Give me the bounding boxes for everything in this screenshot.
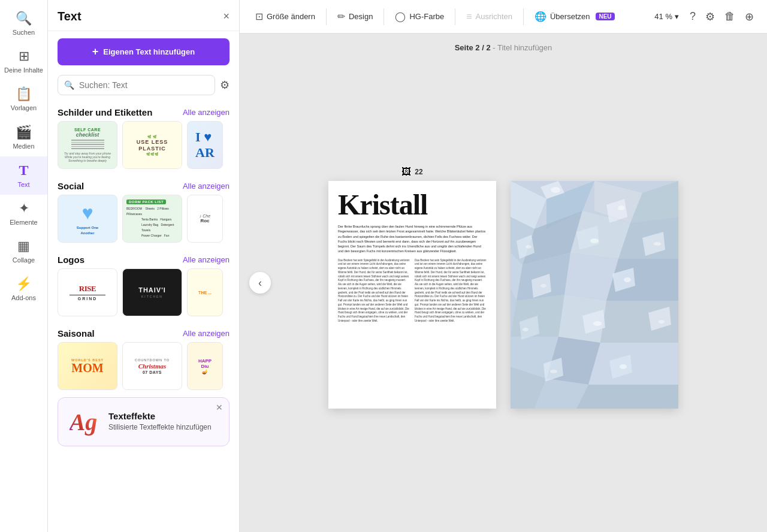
add-page-button[interactable]: ⊕ xyxy=(741,7,757,27)
prev-page-button[interactable]: ‹ xyxy=(249,272,271,294)
sidebar-item-vorlagen[interactable]: 📋 Vorlagen xyxy=(0,80,47,118)
left-page-num-tag: 🖼 22 xyxy=(401,167,422,177)
saisonal-grid: WORLD'S BEST MOM COUNTDOWN TO Christmas … xyxy=(48,342,239,390)
panel-close-button[interactable]: × xyxy=(223,10,230,23)
sidebar-item-deine-inhalte[interactable]: ⊞ Deine Inhalte xyxy=(0,43,47,80)
filter-button[interactable]: ⚙ xyxy=(220,78,230,92)
schilder-grid: self care checklist Try and stay away fr… xyxy=(48,121,239,169)
thumb-selfcare[interactable]: self care checklist Try and stay away fr… xyxy=(58,121,117,169)
main-paragraph: Der flinke Braunfuchs sprang über den fa… xyxy=(338,224,487,254)
thumb-elite[interactable]: THE ... xyxy=(187,268,223,316)
section-social: Social Alle anzeigen ♥ Support OneAnothe… xyxy=(48,176,239,243)
toolbar-uebersetzen-label: Übersetzen xyxy=(550,12,590,21)
column-2: Das Becken hat sein Spiegelbild in der A… xyxy=(415,259,487,324)
search-icon: 🔍 xyxy=(64,80,74,90)
thumb-art[interactable]: I ♥AR xyxy=(187,121,223,169)
zoom-control[interactable]: 41 % ▾ xyxy=(650,10,684,23)
logos-grid: RISE GRIND THAIV'I KITCHEN THE ... xyxy=(48,268,239,316)
search-box[interactable]: 🔍 xyxy=(58,75,215,95)
addons-icon: ⚡ xyxy=(16,276,32,292)
crystal-image xyxy=(511,181,678,409)
sidebar-item-medien[interactable]: 🎬 Medien xyxy=(0,119,47,156)
section-saisonal: Saisonal Alle anzeigen WORLD'S BEST MOM … xyxy=(48,324,239,390)
toolbar-groesse[interactable]: ⊡ Größe ändern xyxy=(249,7,321,26)
show-all-social[interactable]: Alle anzeigen xyxy=(183,182,230,191)
top-toolbar: ⊡ Größe ändern ✏ Design ◯ HG-Farbe ≡ Aus… xyxy=(240,0,767,34)
toolbar-divider-2 xyxy=(384,8,384,25)
texteffekte-title: Texteffekte xyxy=(108,411,212,421)
texteffekte-banner[interactable]: Ag Texteffekte Stilisierte Texteffekte h… xyxy=(58,397,230,446)
text-nav-icon: T xyxy=(19,162,28,179)
page-label: Seite 2 / 2 - Titel hinzufügen xyxy=(455,43,552,52)
section-title-social: Social xyxy=(58,181,84,191)
page-right: 🖼 27 xyxy=(511,181,678,409)
toolbar-uebersetzen[interactable]: 🌐 Übersetzen NEU xyxy=(529,7,621,26)
template-icon: 📋 xyxy=(16,86,32,102)
texteffekte-preview: Ag xyxy=(65,404,101,440)
panel-header: Text × xyxy=(48,0,239,31)
svg-marker-19 xyxy=(588,343,678,385)
columns-section: Das Becken hat sein Spiegelbild in der A… xyxy=(338,259,487,324)
svg-point-36 xyxy=(618,205,625,210)
sidebar-item-suchen[interactable]: 🔍 Suchen xyxy=(0,5,47,43)
svg-point-38 xyxy=(590,238,599,243)
show-all-logos[interactable]: Alle anzeigen xyxy=(183,255,230,264)
panel-scroll: Schilder und Etiketten Alle anzeigen sel… xyxy=(48,102,239,532)
section-title-schilder: Schilder und Etiketten xyxy=(58,107,152,117)
pages-container: 🖼 22 Kristall Der flinke Braunfuchs spra… xyxy=(328,181,678,409)
sidebar-item-label: Elemente xyxy=(10,219,37,226)
section-schilder: Schilder und Etiketten Alle anzeigen sel… xyxy=(48,102,239,169)
thumb-thaivi[interactable]: THAIV'I KITCHEN xyxy=(122,268,182,316)
section-title-saisonal: Saisonal xyxy=(58,328,95,338)
panel-title: Text xyxy=(58,10,81,23)
zoom-value: 41 % xyxy=(654,12,672,21)
thumb-rock[interactable]: ♪ Che Roc xyxy=(187,195,223,243)
settings-button[interactable]: ⚙ xyxy=(702,7,718,27)
texteffekte-info: Texteffekte Stilisierte Texteffekte hinz… xyxy=(108,411,212,433)
svg-point-40 xyxy=(540,284,546,288)
search-input[interactable] xyxy=(79,80,209,90)
svg-point-37 xyxy=(526,245,532,249)
show-all-saisonal[interactable]: Alle anzeigen xyxy=(183,329,230,338)
help-button[interactable]: ? xyxy=(686,7,699,26)
search-row: 🔍 ⚙ xyxy=(48,72,239,102)
sidebar-item-collage[interactable]: ▦ Collage xyxy=(0,232,47,270)
add-text-button[interactable]: + Eigenen Text hinzufügen xyxy=(58,38,230,65)
sidebar-item-label: Text xyxy=(17,181,29,189)
show-all-schilder[interactable]: Alle anzeigen xyxy=(183,108,230,117)
column-1: Das Becken hat sein Spiegelbild in der A… xyxy=(338,259,410,324)
toolbar-ausrichten-label: Ausrichten xyxy=(476,12,512,21)
toolbar-design-label: Design xyxy=(349,12,373,21)
sidebar-item-label: Medien xyxy=(13,143,34,150)
thumb-christmas[interactable]: COUNTDOWN TO Christmas 07 DAYS xyxy=(122,342,182,390)
hg-farbe-icon: ◯ xyxy=(395,11,406,22)
toolbar-design[interactable]: ✏ Design xyxy=(331,7,379,26)
toolbar-divider-1 xyxy=(326,8,327,25)
svg-marker-22 xyxy=(576,385,678,409)
thumb-plastic[interactable]: 🌿 🌿 Use less plastic 🌿 🌿 🌿 xyxy=(122,121,182,169)
left-page-num-icon: 🖼 xyxy=(401,167,411,177)
section-header-social: Social Alle anzeigen xyxy=(48,176,239,195)
crystal-svg xyxy=(511,181,678,409)
section-header-logos: Logos Alle anzeigen xyxy=(48,250,239,268)
sidebar-item-add-ons[interactable]: ⚡ Add-ons xyxy=(0,270,47,308)
toolbar-hg-farbe[interactable]: ◯ HG-Farbe xyxy=(389,7,450,26)
svg-point-46 xyxy=(620,364,627,369)
grid-icon: ⊞ xyxy=(19,49,29,64)
zoom-chevron-icon: ▾ xyxy=(675,12,679,21)
thumb-support[interactable]: ♥ Support OneAnother xyxy=(58,195,117,243)
svg-point-44 xyxy=(659,320,665,324)
translate-icon: 🌐 xyxy=(535,11,546,22)
toolbar-divider-3 xyxy=(455,8,455,25)
new-badge: NEU xyxy=(596,13,614,20)
sidebar-item-elemente[interactable]: ✦ Elemente xyxy=(0,195,47,232)
page-left: 🖼 22 Kristall Der flinke Braunfuchs spra… xyxy=(328,181,496,409)
thumb-diwali[interactable]: HAPPDiu🪔 xyxy=(187,342,223,390)
sidebar-item-text[interactable]: T Text xyxy=(0,156,47,195)
thumb-dorm[interactable]: Dorm Pack List BEDROOM Sheets 2 Pillows … xyxy=(122,195,182,243)
trash-button[interactable]: 🗑 xyxy=(721,7,739,26)
thumb-rise[interactable]: RISE GRIND xyxy=(58,268,117,316)
texteffekte-close-button[interactable]: ✕ xyxy=(216,403,223,412)
media-icon: 🎬 xyxy=(16,125,32,140)
thumb-mom[interactable]: WORLD'S BEST MOM xyxy=(58,342,117,390)
